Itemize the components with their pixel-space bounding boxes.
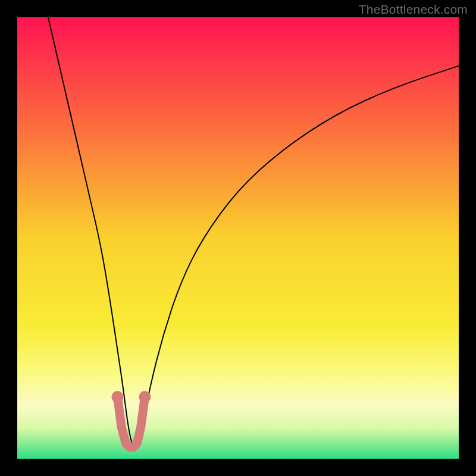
gradient-background [17, 17, 459, 459]
chart-container: TheBottleneck.com [0, 0, 476, 476]
highlight-endpoint [111, 391, 123, 403]
plot-area [17, 17, 459, 459]
highlight-endpoint [139, 391, 151, 403]
watermark: TheBottleneck.com [359, 2, 468, 17]
chart-svg [17, 17, 459, 459]
